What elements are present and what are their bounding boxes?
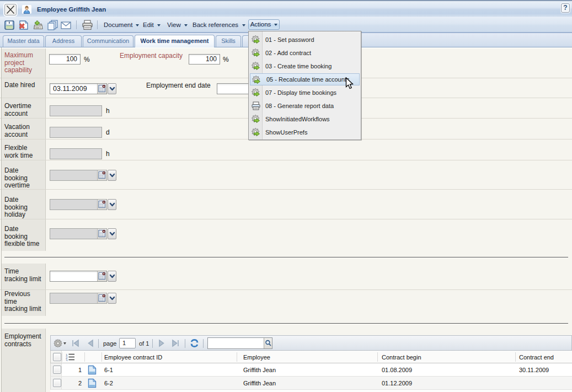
svg-text:3: 3 <box>66 358 68 362</box>
